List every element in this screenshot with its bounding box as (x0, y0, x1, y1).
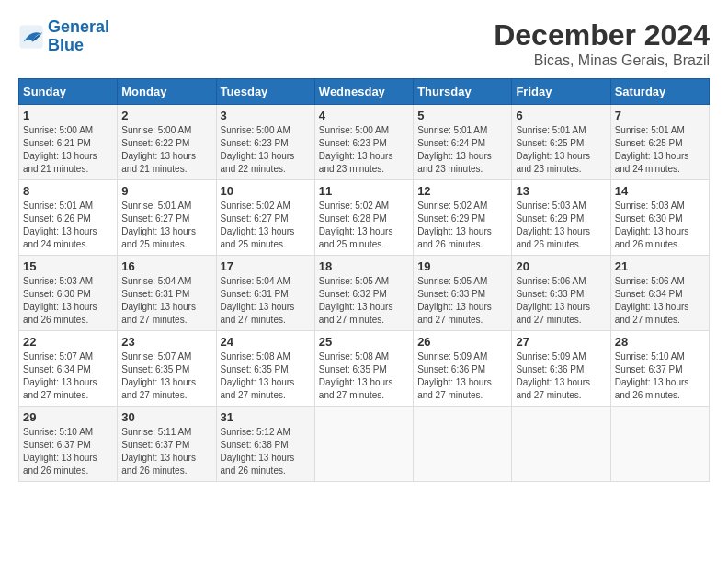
day-detail: Sunrise: 5:06 AM Sunset: 6:33 PM Dayligh… (516, 275, 606, 327)
calendar-table: SundayMondayTuesdayWednesdayThursdayFrid… (18, 78, 710, 482)
day-number: 17 (221, 259, 311, 273)
calendar-week-5: 29 Sunrise: 5:10 AM Sunset: 6:37 PM Dayl… (19, 407, 710, 482)
calendar-cell: 12 Sunrise: 5:02 AM Sunset: 6:29 PM Dayl… (414, 180, 512, 256)
calendar-cell: 2 Sunrise: 5:00 AM Sunset: 6:22 PM Dayli… (118, 105, 216, 180)
day-detail: Sunrise: 5:00 AM Sunset: 6:23 PM Dayligh… (319, 124, 409, 176)
day-detail: Sunrise: 5:00 AM Sunset: 6:22 PM Dayligh… (121, 124, 211, 176)
calendar-cell: 26 Sunrise: 5:09 AM Sunset: 6:36 PM Dayl… (414, 331, 512, 407)
calendar-cell (314, 407, 413, 482)
month-title: December 2024 (494, 18, 710, 52)
header-sunday: Sunday (19, 79, 118, 105)
day-detail: Sunrise: 5:00 AM Sunset: 6:21 PM Dayligh… (23, 124, 113, 176)
day-detail: Sunrise: 5:04 AM Sunset: 6:31 PM Dayligh… (221, 275, 311, 327)
day-number: 15 (23, 259, 113, 273)
day-number: 8 (23, 184, 113, 198)
day-number: 5 (417, 109, 507, 122)
header-thursday: Thursday (414, 79, 512, 105)
day-number: 19 (417, 259, 507, 273)
calendar-cell: 4 Sunrise: 5:00 AM Sunset: 6:23 PM Dayli… (314, 105, 413, 180)
header-tuesday: Tuesday (216, 79, 314, 105)
calendar-cell (610, 407, 709, 482)
logo: General Blue (18, 18, 109, 55)
calendar-cell: 13 Sunrise: 5:03 AM Sunset: 6:29 PM Dayl… (512, 180, 610, 256)
day-number: 2 (121, 109, 211, 122)
day-number: 31 (221, 410, 311, 424)
day-detail: Sunrise: 5:05 AM Sunset: 6:32 PM Dayligh… (319, 275, 409, 327)
header-friday: Friday (512, 79, 610, 105)
day-number: 3 (221, 109, 311, 122)
day-number: 11 (319, 184, 409, 198)
calendar-cell: 15 Sunrise: 5:03 AM Sunset: 6:30 PM Dayl… (19, 256, 118, 331)
calendar-cell: 21 Sunrise: 5:06 AM Sunset: 6:34 PM Dayl… (610, 256, 709, 331)
calendar-cell: 16 Sunrise: 5:04 AM Sunset: 6:31 PM Dayl… (118, 256, 216, 331)
day-number: 22 (23, 335, 113, 349)
calendar-week-4: 22 Sunrise: 5:07 AM Sunset: 6:34 PM Dayl… (19, 331, 710, 407)
calendar-cell: 11 Sunrise: 5:02 AM Sunset: 6:28 PM Dayl… (314, 180, 413, 256)
calendar-cell: 22 Sunrise: 5:07 AM Sunset: 6:34 PM Dayl… (19, 331, 118, 407)
calendar-cell: 29 Sunrise: 5:10 AM Sunset: 6:37 PM Dayl… (19, 407, 118, 482)
day-detail: Sunrise: 5:12 AM Sunset: 6:38 PM Dayligh… (221, 426, 311, 477)
page-header: General Blue December 2024 Bicas, Minas … (18, 18, 710, 69)
calendar-cell: 14 Sunrise: 5:03 AM Sunset: 6:30 PM Dayl… (610, 180, 709, 256)
day-number: 18 (319, 259, 409, 273)
day-detail: Sunrise: 5:05 AM Sunset: 6:33 PM Dayligh… (417, 275, 507, 327)
calendar-cell: 20 Sunrise: 5:06 AM Sunset: 6:33 PM Dayl… (512, 256, 610, 331)
calendar-cell: 28 Sunrise: 5:10 AM Sunset: 6:37 PM Dayl… (610, 331, 709, 407)
calendar-header-row: SundayMondayTuesdayWednesdayThursdayFrid… (19, 79, 710, 105)
day-detail: Sunrise: 5:04 AM Sunset: 6:31 PM Dayligh… (121, 275, 211, 327)
day-detail: Sunrise: 5:10 AM Sunset: 6:37 PM Dayligh… (23, 426, 113, 477)
day-number: 12 (417, 184, 507, 198)
day-detail: Sunrise: 5:03 AM Sunset: 6:30 PM Dayligh… (23, 275, 113, 327)
calendar-week-3: 15 Sunrise: 5:03 AM Sunset: 6:30 PM Dayl… (19, 256, 710, 331)
day-number: 25 (319, 335, 409, 349)
day-number: 9 (121, 184, 211, 198)
day-detail: Sunrise: 5:01 AM Sunset: 6:26 PM Dayligh… (23, 200, 113, 251)
calendar-cell (512, 407, 610, 482)
calendar-cell: 10 Sunrise: 5:02 AM Sunset: 6:27 PM Dayl… (216, 180, 314, 256)
day-number: 13 (516, 184, 606, 198)
day-detail: Sunrise: 5:07 AM Sunset: 6:35 PM Dayligh… (121, 350, 211, 402)
calendar-cell: 5 Sunrise: 5:01 AM Sunset: 6:24 PM Dayli… (414, 105, 512, 180)
title-area: December 2024 Bicas, Minas Gerais, Brazi… (494, 18, 710, 69)
calendar-cell: 18 Sunrise: 5:05 AM Sunset: 6:32 PM Dayl… (314, 256, 413, 331)
day-detail: Sunrise: 5:02 AM Sunset: 6:28 PM Dayligh… (319, 200, 409, 251)
calendar-cell: 27 Sunrise: 5:09 AM Sunset: 6:36 PM Dayl… (512, 331, 610, 407)
day-number: 21 (615, 259, 705, 273)
calendar-cell: 8 Sunrise: 5:01 AM Sunset: 6:26 PM Dayli… (19, 180, 118, 256)
location-subtitle: Bicas, Minas Gerais, Brazil (494, 52, 710, 69)
calendar-week-2: 8 Sunrise: 5:01 AM Sunset: 6:26 PM Dayli… (19, 180, 710, 256)
day-detail: Sunrise: 5:08 AM Sunset: 6:35 PM Dayligh… (221, 350, 311, 402)
day-number: 4 (319, 109, 409, 122)
calendar-cell: 31 Sunrise: 5:12 AM Sunset: 6:38 PM Dayl… (216, 407, 314, 482)
day-number: 26 (417, 335, 507, 349)
day-number: 1 (23, 109, 113, 122)
calendar-cell: 6 Sunrise: 5:01 AM Sunset: 6:25 PM Dayli… (512, 105, 610, 180)
day-detail: Sunrise: 5:01 AM Sunset: 6:25 PM Dayligh… (516, 124, 606, 176)
calendar-cell: 9 Sunrise: 5:01 AM Sunset: 6:27 PM Dayli… (118, 180, 216, 256)
day-number: 14 (615, 184, 705, 198)
day-number: 29 (23, 410, 113, 424)
day-detail: Sunrise: 5:01 AM Sunset: 6:24 PM Dayligh… (417, 124, 507, 176)
header-monday: Monday (118, 79, 216, 105)
logo-text: General Blue (48, 18, 109, 55)
header-saturday: Saturday (610, 79, 709, 105)
day-detail: Sunrise: 5:09 AM Sunset: 6:36 PM Dayligh… (417, 350, 507, 402)
day-detail: Sunrise: 5:00 AM Sunset: 6:23 PM Dayligh… (221, 124, 311, 176)
day-number: 16 (121, 259, 211, 273)
day-number: 30 (121, 410, 211, 424)
calendar-cell: 23 Sunrise: 5:07 AM Sunset: 6:35 PM Dayl… (118, 331, 216, 407)
day-number: 20 (516, 259, 606, 273)
day-detail: Sunrise: 5:09 AM Sunset: 6:36 PM Dayligh… (516, 350, 606, 402)
calendar-cell: 3 Sunrise: 5:00 AM Sunset: 6:23 PM Dayli… (216, 105, 314, 180)
calendar-week-1: 1 Sunrise: 5:00 AM Sunset: 6:21 PM Dayli… (19, 105, 710, 180)
day-detail: Sunrise: 5:02 AM Sunset: 6:29 PM Dayligh… (417, 200, 507, 251)
day-detail: Sunrise: 5:10 AM Sunset: 6:37 PM Dayligh… (615, 350, 705, 402)
calendar-cell: 1 Sunrise: 5:00 AM Sunset: 6:21 PM Dayli… (19, 105, 118, 180)
day-number: 7 (615, 109, 705, 122)
day-number: 28 (615, 335, 705, 349)
day-detail: Sunrise: 5:06 AM Sunset: 6:34 PM Dayligh… (615, 275, 705, 327)
day-detail: Sunrise: 5:03 AM Sunset: 6:30 PM Dayligh… (615, 200, 705, 251)
day-detail: Sunrise: 5:07 AM Sunset: 6:34 PM Dayligh… (23, 350, 113, 402)
calendar-cell: 30 Sunrise: 5:11 AM Sunset: 6:37 PM Dayl… (118, 407, 216, 482)
calendar-cell (414, 407, 512, 482)
